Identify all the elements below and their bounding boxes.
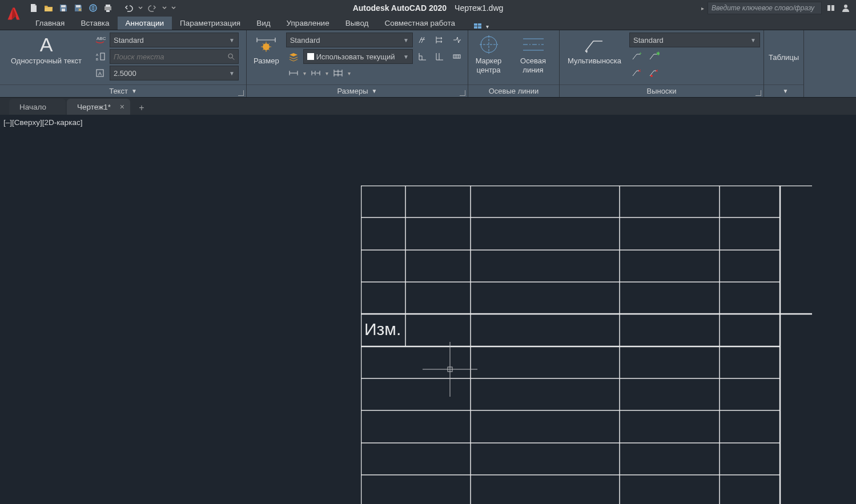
dim-layer-dropdown[interactable]: Использовать текущий ▼ xyxy=(303,49,413,64)
redo-dropdown-icon[interactable] xyxy=(161,2,168,14)
panel-text-title[interactable]: Текст▼ xyxy=(0,84,246,97)
centerline-button[interactable]: Осевая линия xyxy=(510,33,557,82)
undo-dropdown-icon[interactable] xyxy=(137,2,144,14)
save-icon[interactable] xyxy=(57,2,70,14)
layer-color-icon xyxy=(307,53,314,60)
leader-collect-icon[interactable] xyxy=(646,66,661,80)
svg-rect-7 xyxy=(827,5,830,11)
featured-apps[interactable]: ▾ xyxy=(473,23,489,30)
centermark-label: Маркер центра xyxy=(475,57,503,74)
text-height-value: 2.5000 xyxy=(114,69,136,78)
web-icon[interactable] xyxy=(87,2,99,14)
saveas-icon[interactable] xyxy=(72,2,85,14)
panel-leader-title[interactable]: Выноски xyxy=(560,84,763,97)
dim-continue-icon[interactable] xyxy=(308,66,323,80)
text-search-input[interactable] xyxy=(110,49,239,64)
svg-rect-4 xyxy=(105,6,111,10)
undo-icon[interactable] xyxy=(122,2,135,14)
svg-rect-12 xyxy=(474,26,477,29)
dim-layer-icon[interactable] xyxy=(286,49,301,64)
search-expand-icon[interactable]: ▸ xyxy=(701,5,704,11)
svg-rect-6 xyxy=(106,10,110,12)
panel-tables-title[interactable]: ▼ xyxy=(764,84,803,97)
leader-align-icon[interactable] xyxy=(629,66,644,80)
dim-tool2-icon[interactable] xyxy=(432,33,447,47)
dim-linear-icon[interactable] xyxy=(286,66,301,80)
signin-icon[interactable] xyxy=(840,2,851,14)
dialog-launcher-icon[interactable] xyxy=(460,90,465,96)
dim-style-dropdown[interactable]: Standard ▼ xyxy=(286,33,413,47)
panel-tables: Таблицы ▼ xyxy=(764,30,804,97)
find-go-icon[interactable] xyxy=(227,53,235,61)
dim-tool5-icon[interactable] xyxy=(432,49,447,64)
menutab-view[interactable]: Вид xyxy=(248,17,278,30)
panel-center-title: Осевые линии xyxy=(468,84,559,97)
svg-text:B: B xyxy=(96,58,98,61)
menutab-manage[interactable]: Управление xyxy=(279,17,337,30)
drawing-viewport[interactable]: [–][Сверху][2D-каркас] Изм. xyxy=(0,115,856,504)
svg-text:A: A xyxy=(40,34,53,55)
dialog-launcher-icon[interactable] xyxy=(755,90,761,96)
menu-tabs: Главная Вставка Аннотации Параметризация… xyxy=(0,16,856,30)
leader-style-dropdown[interactable]: Standard ▼ xyxy=(629,33,760,47)
svg-rect-13 xyxy=(478,26,481,29)
textstyle-icon[interactable]: ABC xyxy=(93,33,107,47)
svg-rect-8 xyxy=(831,5,834,11)
centermark-button[interactable]: Маркер центра xyxy=(471,33,507,82)
panel-dim-title[interactable]: Размеры▼ xyxy=(247,84,468,97)
document-tabs: Начало Чертеж1* × + xyxy=(0,98,856,115)
title-right: ▸ Введите ключевое слово/фразу xyxy=(701,2,856,14)
dim-baseline-icon[interactable] xyxy=(331,66,345,80)
text-button-label: Однострочный текст xyxy=(11,57,82,66)
dim-tool3-icon[interactable] xyxy=(449,33,464,47)
text-style-dropdown[interactable]: Standard ▼ xyxy=(110,33,239,47)
redo-icon[interactable] xyxy=(146,2,159,14)
text-height-icon[interactable]: A xyxy=(93,66,107,80)
mleader-label: Мультивыноска xyxy=(568,57,621,66)
plot-icon[interactable] xyxy=(102,2,114,14)
menutab-home[interactable]: Главная xyxy=(27,17,73,30)
centerline-label: Осевая линия xyxy=(513,57,553,74)
text-button[interactable]: A Однострочный текст xyxy=(3,33,89,82)
text-height-dropdown[interactable]: 2.5000 ▼ xyxy=(110,66,239,80)
svg-rect-2 xyxy=(76,5,81,7)
leader-add-icon[interactable]: + xyxy=(629,49,644,64)
menutab-parametric[interactable]: Параметризация xyxy=(172,17,248,30)
dimension-button[interactable]: Размер xyxy=(250,33,283,82)
keyword-search-input[interactable]: Введите ключевое слово/фразу xyxy=(708,2,822,14)
menutab-output[interactable]: Вывод xyxy=(337,17,377,30)
dim-tool6-icon[interactable] xyxy=(449,49,464,64)
text-search-field[interactable] xyxy=(114,53,227,61)
dimension-button-label: Размер xyxy=(254,57,279,66)
app-logo[interactable] xyxy=(2,0,25,27)
svg-rect-0 xyxy=(61,5,66,7)
menutab-annotate[interactable]: Аннотации xyxy=(118,17,172,30)
dim-tool4-icon[interactable] xyxy=(415,49,430,64)
viewport-controls[interactable]: [–][Сверху][2D-каркас] xyxy=(3,118,83,127)
dim-layer-value: Использовать текущий xyxy=(316,53,403,61)
infocenter-icon[interactable] xyxy=(825,2,837,14)
open-icon[interactable] xyxy=(42,2,55,14)
dim-tool1-icon[interactable] xyxy=(415,33,430,47)
search-placeholder: Введите ключевое слово/фразу xyxy=(712,4,814,12)
svg-rect-5 xyxy=(106,5,110,7)
find-icon[interactable]: AB xyxy=(93,49,107,64)
mleader-button[interactable]: Мультивыноска xyxy=(563,33,626,82)
menutab-insert[interactable]: Вставка xyxy=(73,17,117,30)
panel-dimensions: Размер Standard ▼ Использовать те xyxy=(247,30,468,97)
tables-label[interactable]: Таблицы xyxy=(769,53,799,62)
doctab-start[interactable]: Начало xyxy=(9,99,66,115)
dialog-launcher-icon[interactable] xyxy=(238,90,244,96)
menutab-collaborate[interactable]: Совместная работа xyxy=(376,17,463,30)
svg-point-28 xyxy=(650,75,653,77)
leader-remove-icon[interactable]: ✱ xyxy=(646,49,661,64)
close-tab-icon[interactable]: × xyxy=(120,102,124,111)
dim-style-value: Standard xyxy=(290,36,320,45)
new-tab-button[interactable]: + xyxy=(134,101,150,115)
cell-text: Изм. xyxy=(364,320,401,338)
qat-dropdown-icon[interactable] xyxy=(170,2,177,14)
quick-access-toolbar xyxy=(27,0,177,16)
new-icon[interactable] xyxy=(27,2,40,14)
doctab-drawing1[interactable]: Чертеж1* × xyxy=(67,99,130,115)
svg-rect-1 xyxy=(62,9,65,11)
